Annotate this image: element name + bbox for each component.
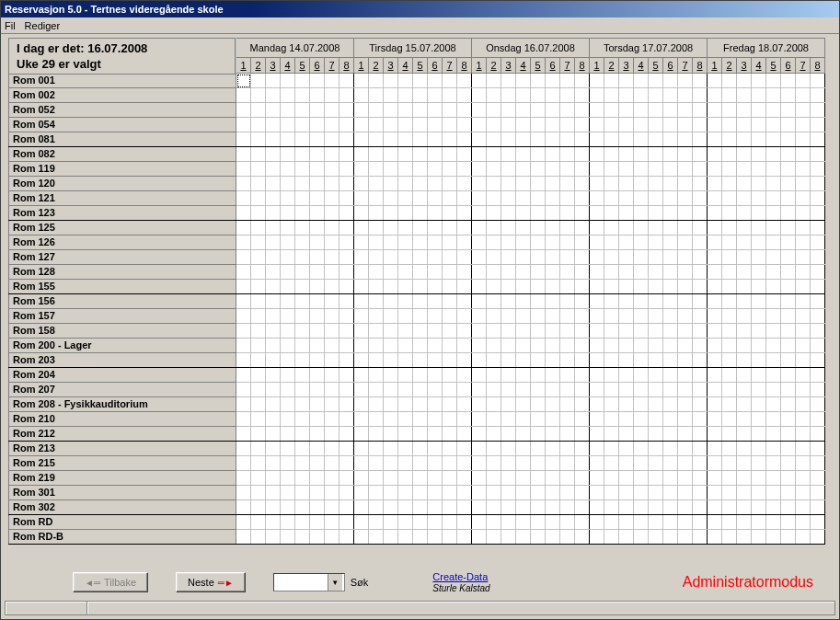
room-header[interactable]: Rom 054: [9, 118, 236, 132]
grid-cell[interactable]: [398, 515, 413, 530]
grid-cell[interactable]: [369, 162, 384, 177]
grid-cell[interactable]: [737, 235, 752, 250]
grid-cell[interactable]: [678, 486, 693, 500]
grid-cell[interactable]: [295, 191, 310, 206]
grid-cell[interactable]: [457, 147, 472, 162]
grid-cell[interactable]: [663, 309, 678, 324]
grid-cell[interactable]: [604, 471, 619, 486]
grid-cell[interactable]: [708, 530, 722, 545]
grid-cell[interactable]: [354, 147, 369, 162]
grid-cell[interactable]: [649, 383, 663, 397]
grid-cell[interactable]: [708, 294, 722, 309]
grid-cell[interactable]: [428, 442, 443, 456]
grid-cell[interactable]: [501, 486, 516, 500]
grid-cell[interactable]: [663, 500, 678, 515]
grid-cell[interactable]: [678, 88, 693, 103]
grid-cell[interactable]: [708, 250, 722, 265]
grid-cell[interactable]: [472, 280, 487, 294]
grid-cell[interactable]: [649, 368, 663, 383]
grid-cell[interactable]: [811, 442, 825, 456]
grid-cell[interactable]: [398, 250, 413, 265]
grid-cell[interactable]: [766, 456, 781, 471]
grid-cell[interactable]: [546, 339, 560, 353]
grid-cell[interactable]: [737, 368, 752, 383]
grid-cell[interactable]: [546, 515, 560, 530]
grid-cell[interactable]: [811, 309, 825, 324]
grid-cell[interactable]: [516, 294, 531, 309]
grid-cell[interactable]: [487, 427, 501, 442]
grid-cell[interactable]: [501, 265, 516, 280]
grid-cell[interactable]: [575, 74, 590, 88]
grid-cell[interactable]: [295, 397, 310, 412]
grid-cell[interactable]: [796, 74, 811, 88]
grid-cell[interactable]: [516, 383, 531, 397]
grid-cell[interactable]: [236, 280, 251, 294]
room-header[interactable]: Rom 203: [9, 353, 236, 368]
grid-cell[interactable]: [428, 471, 443, 486]
grid-cell[interactable]: [295, 353, 310, 368]
grid-cell[interactable]: [457, 177, 472, 191]
grid-cell[interactable]: [236, 412, 251, 427]
grid-cell[interactable]: [811, 324, 825, 339]
grid-cell[interactable]: [722, 515, 737, 530]
grid-cell[interactable]: [752, 397, 766, 412]
grid-cell[interactable]: [634, 162, 649, 177]
grid-cell[interactable]: [560, 118, 575, 132]
grid-cell[interactable]: [236, 265, 251, 280]
grid-cell[interactable]: [266, 147, 281, 162]
grid-cell[interactable]: [295, 206, 310, 221]
grid-cell[interactable]: [487, 265, 501, 280]
grid-cell[interactable]: [457, 412, 472, 427]
grid-cell[interactable]: [428, 280, 443, 294]
grid-cell[interactable]: [369, 250, 384, 265]
grid-cell[interactable]: [384, 162, 398, 177]
grid-cell[interactable]: [708, 206, 722, 221]
grid-cell[interactable]: [457, 515, 472, 530]
grid-cell[interactable]: [310, 191, 325, 206]
grid-cell[interactable]: [649, 206, 663, 221]
period-header[interactable]: 2: [487, 58, 501, 74]
grid-cell[interactable]: [501, 103, 516, 118]
room-header[interactable]: Rom 156: [9, 294, 236, 309]
grid-cell[interactable]: [811, 265, 825, 280]
grid-cell[interactable]: [722, 235, 737, 250]
grid-cell[interactable]: [575, 324, 590, 339]
grid-cell[interactable]: [236, 515, 251, 530]
grid-cell[interactable]: [678, 309, 693, 324]
grid-cell[interactable]: [310, 206, 325, 221]
grid-cell[interactable]: [516, 132, 531, 147]
grid-cell[interactable]: [693, 265, 708, 280]
grid-cell[interactable]: [546, 265, 560, 280]
grid-cell[interactable]: [487, 530, 501, 545]
grid-cell[interactable]: [649, 339, 663, 353]
grid-cell[interactable]: [369, 88, 384, 103]
grid-cell[interactable]: [398, 132, 413, 147]
grid-cell[interactable]: [516, 486, 531, 500]
grid-cell[interactable]: [443, 177, 457, 191]
grid-cell[interactable]: [811, 515, 825, 530]
grid-cell[interactable]: [678, 191, 693, 206]
grid-cell[interactable]: [708, 500, 722, 515]
grid-cell[interactable]: [339, 162, 354, 177]
grid-cell[interactable]: [472, 353, 487, 368]
grid-cell[interactable]: [310, 383, 325, 397]
grid-cell[interactable]: [693, 515, 708, 530]
grid-cell[interactable]: [443, 162, 457, 177]
grid-cell[interactable]: [678, 530, 693, 545]
grid-cell[interactable]: [398, 339, 413, 353]
grid-cell[interactable]: [737, 515, 752, 530]
grid-cell[interactable]: [766, 339, 781, 353]
grid-cell[interactable]: [398, 118, 413, 132]
grid-cell[interactable]: [604, 515, 619, 530]
grid-cell[interactable]: [737, 221, 752, 235]
grid-cell[interactable]: [354, 250, 369, 265]
grid-cell[interactable]: [325, 88, 339, 103]
grid-cell[interactable]: [339, 500, 354, 515]
grid-cell[interactable]: [295, 383, 310, 397]
grid-cell[interactable]: [604, 383, 619, 397]
grid-cell[interactable]: [443, 500, 457, 515]
grid-cell[interactable]: [811, 530, 825, 545]
grid-cell[interactable]: [766, 353, 781, 368]
grid-cell[interactable]: [811, 500, 825, 515]
grid-cell[interactable]: [663, 103, 678, 118]
